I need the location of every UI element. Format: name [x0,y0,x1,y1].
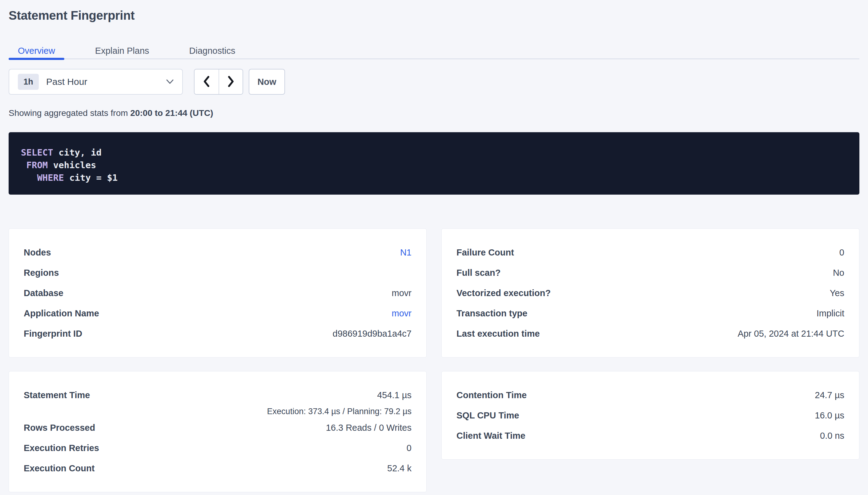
row-label: Execution Count [24,458,95,478]
application-name-link[interactable]: movr [392,303,411,323]
page-title: Statement Fingerprint [9,8,859,23]
row-value: 0 [839,242,844,262]
chevron-left-icon [203,76,210,88]
now-button[interactable]: Now [249,69,285,95]
row-label: Nodes [24,242,51,262]
statement-timing-card: Statement Time 454.1 µs Execution: 373.4… [9,371,427,492]
row-value: movr [392,283,411,303]
row-value: 24.7 µs [815,385,844,405]
table-row: Execution Retries 0 [24,438,411,458]
table-row: Application Name movr [24,303,411,323]
stats-line-prefix: Showing aggregated stats from [9,108,130,118]
table-row: Rows Processed 16.3 Reads / 0 Writes [24,417,411,438]
row-value-stack: 454.1 µs Execution: 373.4 µs / Planning:… [267,385,411,417]
row-label: Application Name [24,303,99,323]
row-value: 52.4 k [387,458,411,478]
table-row: Vectorized execution? Yes [457,283,844,303]
row-value: d986919d9ba1a4c7 [333,323,411,344]
row-value: No [833,262,844,283]
aggregated-stats-line: Showing aggregated stats from 20:00 to 2… [9,108,859,119]
row-label: Database [24,283,63,303]
sql-statement-code: SELECT city, id FROM vehicles WHERE city… [21,146,847,184]
row-value: 0 [407,438,411,458]
row-label: Rows Processed [24,417,95,438]
execution-attributes-card: Failure Count 0 Full scan? No Vectorized… [441,228,859,358]
row-label: Transaction type [457,303,527,323]
row-label: Client Wait Time [457,426,525,446]
tab-explain-plans[interactable]: Explain Plans [86,46,159,58]
row-value: Apr 05, 2024 at 21:44 UTC [737,323,844,344]
row-label: Failure Count [457,242,514,262]
table-row: Transaction type Implicit [457,303,844,323]
time-range-dropdown[interactable]: 1h Past Hour [9,69,183,95]
row-value: 0.0 ns [820,426,844,446]
nodes-link[interactable]: N1 [400,242,411,262]
table-row: Client Wait Time 0.0 ns [457,426,844,446]
row-label: Regions [24,262,59,283]
table-row: Contention Time 24.7 µs [457,385,844,405]
row-label: Statement Time [24,385,90,405]
table-row: Statement Time 454.1 µs Execution: 373.4… [24,385,411,417]
row-label: Execution Retries [24,438,99,458]
tab-overview[interactable]: Overview [9,46,64,58]
previous-interval-button[interactable] [195,69,218,94]
chevron-right-icon [228,76,234,88]
row-label: Full scan? [457,262,501,283]
table-row: Database movr [24,283,411,303]
row-label: Vectorized execution? [457,283,551,303]
row-label: Contention Time [457,385,527,405]
table-row: Fingerprint ID d986919d9ba1a4c7 [24,323,411,344]
row-label: Fingerprint ID [24,323,82,344]
wait-timing-card: Contention Time 24.7 µs SQL CPU Time 16.… [441,371,859,460]
chevron-down-icon [166,79,174,84]
row-value: 16.3 Reads / 0 Writes [326,417,411,438]
row-subvalue: Execution: 373.4 µs / Planning: 79.2 µs [267,405,411,417]
table-row: Nodes N1 [24,242,411,262]
sql-statement-box: SELECT city, id FROM vehicles WHERE city… [9,132,859,194]
next-interval-button[interactable] [218,69,243,94]
time-range-badge: 1h [18,74,39,90]
time-range-label: Past Hour [46,76,87,87]
table-row: Execution Count 52.4 k [24,458,411,478]
row-value: 16.0 µs [815,405,844,426]
table-row: Regions [24,262,411,283]
tab-diagnostics[interactable]: Diagnostics [180,46,245,58]
statement-details-card: Nodes N1 Regions Database movr Applicati… [9,228,427,358]
row-label: SQL CPU Time [457,405,519,426]
sql-keyword: WHERE [37,172,64,183]
table-row: Full scan? No [457,262,844,283]
row-value: 454.1 µs [377,385,411,405]
stats-line-range: 20:00 to 21:44 (UTC) [130,108,213,118]
table-row: Failure Count 0 [457,242,844,262]
time-controls: 1h Past Hour [9,69,859,95]
row-value: Yes [830,283,844,303]
tab-bar: Overview Explain Plans Diagnostics [9,46,859,59]
row-label: Last execution time [457,323,540,344]
stat-cards-grid: Nodes N1 Regions Database movr Applicati… [9,228,859,492]
table-row: SQL CPU Time 16.0 µs [457,405,844,426]
row-value: Implicit [817,303,844,323]
sql-keyword: SELECT [21,147,53,158]
time-pager-group [194,69,243,95]
statement-fingerprint-page: Statement Fingerprint Overview Explain P… [0,0,868,495]
sql-keyword: FROM [26,160,48,170]
table-row: Last execution time Apr 05, 2024 at 21:4… [457,323,844,344]
